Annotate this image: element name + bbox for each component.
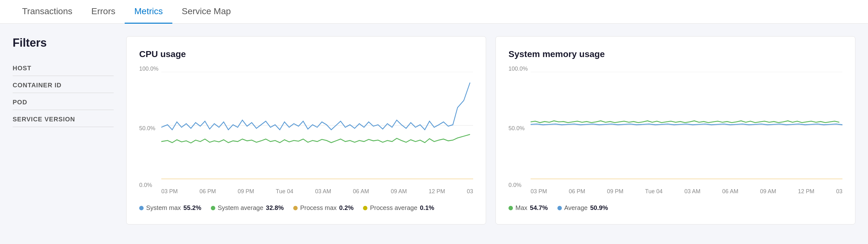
memory-max-value: 54.7%: [530, 204, 548, 212]
filter-host-label: HOST: [12, 59, 114, 76]
cpu-x-7: 12 PM: [429, 188, 445, 195]
cpu-chart-title: CPU usage: [139, 49, 473, 59]
filter-pod-label: POD: [12, 93, 114, 110]
cpu-x-6: 09 AM: [391, 188, 407, 195]
tab-errors[interactable]: Errors: [82, 0, 125, 24]
cpu-y-bot: 0.0%: [139, 182, 152, 188]
cpu-x-labels: 03 PM 06 PM 09 PM Tue 04 03 AM 06 AM 09 …: [161, 188, 473, 195]
cpu-chart-card: CPU usage 100.0% 50.0% 0.0%: [126, 36, 486, 224]
cpu-x-5: 06 AM: [353, 188, 369, 195]
memory-y-mid: 50.0%: [508, 125, 525, 132]
memory-svg: [531, 72, 842, 179]
memory-chart-card: System memory usage 100.0% 50.0% 0.0%: [496, 36, 856, 224]
cpu-process-max-value: 0.2%: [339, 204, 354, 212]
cpu-process-max-label: Process max: [300, 204, 337, 212]
memory-avg-dot: [557, 206, 562, 210]
cpu-svg: [161, 72, 473, 179]
cpu-legend: System max 55.2% System average 32.8% Pr…: [139, 204, 473, 212]
filters-panel: Filters HOST CONTAINER ID POD SERVICE VE…: [12, 36, 114, 224]
memory-x-labels: 03 PM 06 PM 09 PM Tue 04 03 AM 06 AM 09 …: [531, 188, 842, 195]
cpu-x-2: 09 PM: [238, 188, 254, 195]
memory-x-8: 03: [836, 188, 842, 195]
tab-transactions[interactable]: Transactions: [12, 0, 82, 24]
cpu-svg-area: [161, 72, 473, 179]
filter-pod: POD: [12, 93, 114, 110]
memory-legend: Max 54.7% Average 50.9%: [508, 204, 842, 212]
memory-x-1: 06 PM: [569, 188, 585, 195]
cpu-chart-container: 100.0% 50.0% 0.0% 03: [139, 66, 473, 198]
tab-service-map[interactable]: Service Map: [172, 0, 241, 24]
memory-max-label: Max: [516, 204, 527, 212]
cpu-legend-system-avg: System average 32.8%: [211, 204, 284, 212]
cpu-x-1: 06 PM: [199, 188, 216, 195]
memory-y-bot: 0.0%: [508, 182, 521, 188]
cpu-legend-process-max: Process max 0.2%: [293, 204, 353, 212]
cpu-process-avg-dot: [363, 206, 367, 210]
cpu-process-max-dot: [293, 206, 298, 210]
memory-x-7: 12 PM: [798, 188, 814, 195]
cpu-legend-process-avg: Process average 0.1%: [363, 204, 434, 212]
cpu-system-avg-value: 32.8%: [266, 204, 284, 212]
filter-container-id: CONTAINER ID: [12, 76, 114, 93]
cpu-x-4: 03 AM: [315, 188, 331, 195]
cpu-process-avg-value: 0.1%: [420, 204, 434, 212]
filter-service-version-label: SERVICE VERSION: [12, 110, 114, 127]
charts-area: CPU usage 100.0% 50.0% 0.0%: [126, 36, 856, 224]
filters-title: Filters: [12, 36, 114, 49]
cpu-system-max-dot: [139, 206, 144, 210]
memory-x-5: 06 AM: [722, 188, 738, 195]
memory-svg-area: [531, 72, 842, 179]
memory-legend-max: Max 54.7%: [508, 204, 548, 212]
cpu-system-max-value: 55.2%: [183, 204, 202, 212]
main-content: Filters HOST CONTAINER ID POD SERVICE VE…: [0, 24, 868, 237]
memory-legend-avg: Average 50.9%: [557, 204, 608, 212]
cpu-system-max-label: System max: [146, 204, 181, 212]
memory-x-4: 03 AM: [684, 188, 701, 195]
memory-avg-value: 50.9%: [590, 204, 608, 212]
cpu-system-avg-dot: [211, 206, 215, 210]
filter-service-version: SERVICE VERSION: [12, 110, 114, 127]
memory-x-3: Tue 04: [645, 188, 662, 195]
cpu-legend-system-max: System max 55.2%: [139, 204, 202, 212]
cpu-x-0: 03 PM: [161, 188, 178, 195]
filter-container-id-label: CONTAINER ID: [12, 76, 114, 93]
memory-chart-title: System memory usage: [508, 49, 842, 59]
cpu-x-3: Tue 04: [276, 188, 293, 195]
filter-host: HOST: [12, 59, 114, 76]
memory-x-6: 09 AM: [760, 188, 776, 195]
memory-chart-container: 100.0% 50.0% 0.0% 03: [508, 66, 842, 198]
memory-x-2: 09 PM: [607, 188, 623, 195]
memory-max-dot: [508, 206, 513, 210]
tab-metrics[interactable]: Metrics: [125, 0, 172, 24]
cpu-process-avg-label: Process average: [370, 204, 417, 212]
cpu-y-mid: 50.0%: [139, 125, 155, 132]
memory-avg-label: Average: [564, 204, 588, 212]
tabs-bar: Transactions Errors Metrics Service Map: [0, 0, 868, 24]
cpu-system-avg-label: System average: [218, 204, 264, 212]
memory-x-0: 03 PM: [531, 188, 547, 195]
memory-y-top: 100.0%: [508, 66, 528, 72]
cpu-y-top: 100.0%: [139, 66, 158, 72]
cpu-x-8: 03: [467, 188, 473, 195]
